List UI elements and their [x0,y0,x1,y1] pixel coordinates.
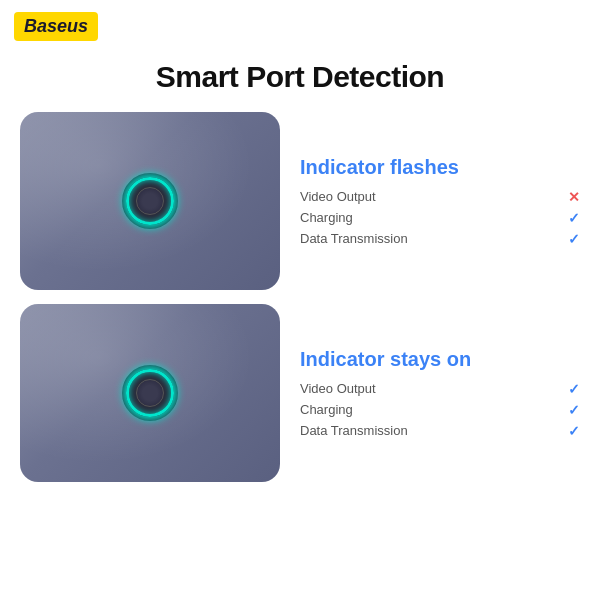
content-area: Indicator flashes Video Output ✕ Chargin… [0,112,600,482]
feature-charging-1: Charging ✓ [300,210,580,226]
brand-logo: Baseus [14,12,98,41]
feature-icon-video-1: ✕ [568,189,580,205]
feature-icon-video-2: ✓ [568,381,580,397]
feature-label-video-1: Video Output [300,189,376,204]
feature-icon-charging-1: ✓ [568,210,580,226]
info-panel-2: Indicator stays on Video Output ✓ Chargi… [300,348,580,439]
feature-video-output-2: Video Output ✓ [300,381,580,397]
feature-label-video-2: Video Output [300,381,376,396]
device-card-2 [20,304,280,482]
port-indicator-1 [122,173,178,229]
feature-icon-data-1: ✓ [568,231,580,247]
device-card-1 [20,112,280,290]
feature-label-charging-1: Charging [300,210,353,225]
port-inner-1 [136,187,164,215]
feature-data-2: Data Transmission ✓ [300,423,580,439]
feature-list-1: Video Output ✕ Charging ✓ Data Transmiss… [300,189,580,247]
row-indicator-flashes: Indicator flashes Video Output ✕ Chargin… [20,112,580,290]
feature-data-1: Data Transmission ✓ [300,231,580,247]
feature-icon-charging-2: ✓ [568,402,580,418]
feature-video-output-1: Video Output ✕ [300,189,580,205]
row-indicator-stays: Indicator stays on Video Output ✓ Chargi… [20,304,580,482]
brand-name: Baseus [24,16,88,36]
port-inner-2 [136,379,164,407]
indicator-title-1: Indicator flashes [300,156,580,179]
feature-list-2: Video Output ✓ Charging ✓ Data Transmiss… [300,381,580,439]
feature-label-charging-2: Charging [300,402,353,417]
port-indicator-2 [122,365,178,421]
feature-icon-data-2: ✓ [568,423,580,439]
indicator-title-2: Indicator stays on [300,348,580,371]
feature-charging-2: Charging ✓ [300,402,580,418]
page-title: Smart Port Detection [0,60,600,94]
feature-label-data-2: Data Transmission [300,423,408,438]
info-panel-1: Indicator flashes Video Output ✕ Chargin… [300,156,580,247]
feature-label-data-1: Data Transmission [300,231,408,246]
